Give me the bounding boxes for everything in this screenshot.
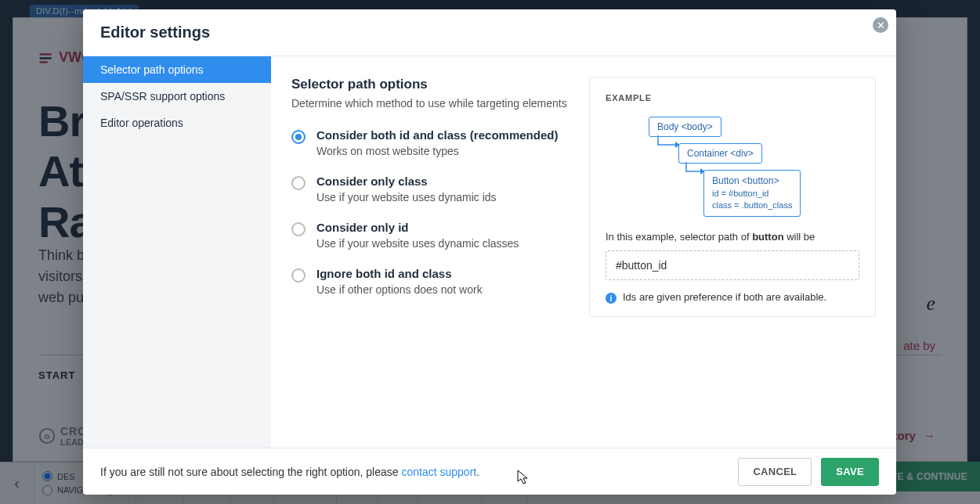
section-subtitle: Determine which method to use while targ… — [291, 97, 573, 110]
option-both-id-class[interactable]: Consider both id and class (recommended)… — [291, 128, 573, 157]
tree-node-container: Container <div> — [678, 143, 762, 164]
modal-close-button[interactable]: ✕ — [873, 17, 888, 33]
modal-title: Editor settings — [100, 23, 210, 41]
example-sentence-post: will be — [784, 231, 815, 243]
option-desc: Use if your website uses dynamic classes — [316, 237, 519, 250]
footer-hint-post: . — [476, 466, 479, 478]
sidebar-item-label: SPA/SSR support options — [100, 90, 225, 103]
cancel-button-label: CANCEL — [753, 466, 797, 477]
save-button-label: SAVE — [836, 466, 864, 477]
modal-footer: If you are still not sure about selectin… — [83, 448, 896, 495]
section-title: Selector path options — [291, 77, 573, 92]
option-desc: Use if your website uses dynamic ids — [316, 191, 497, 203]
radio-icon[interactable] — [291, 176, 306, 190]
tree-node-button: Button <button> id = #button_id class = … — [703, 170, 801, 217]
example-note-text: Ids are given preference if both are ava… — [623, 291, 826, 303]
selector-options-panel: Selector path options Determine which me… — [291, 77, 573, 440]
modal-header: Editor settings ✕ — [83, 9, 896, 56]
modal-body: Selector path options SPA/SSR support op… — [83, 56, 896, 448]
option-ignore-both[interactable]: Ignore both id and class Use if other op… — [291, 267, 573, 296]
option-only-id[interactable]: Consider only id Use if your website use… — [291, 221, 573, 250]
close-icon: ✕ — [877, 20, 885, 31]
example-panel: EXAMPLE Body <body> Container <div> — [589, 77, 876, 317]
save-button[interactable]: SAVE — [821, 458, 879, 486]
contact-support-link[interactable]: contact support — [401, 466, 476, 478]
example-sentence-bold: button — [752, 231, 783, 243]
sidebar-item-selector-path[interactable]: Selector path options — [83, 56, 271, 83]
footer-hint: If you are still not sure about selectin… — [100, 466, 479, 478]
cancel-button[interactable]: CANCEL — [738, 458, 812, 486]
option-title: Ignore both id and class — [316, 267, 483, 280]
radio-icon[interactable] — [291, 268, 306, 283]
radio-icon[interactable] — [291, 130, 306, 144]
example-note: i Ids are given preference if both are a… — [606, 291, 859, 304]
footer-buttons: CANCEL SAVE — [738, 458, 879, 486]
footer-hint-pre: If you are still not sure about selectin… — [100, 466, 401, 478]
sidebar-item-label: Editor operations — [100, 117, 183, 129]
option-desc: Works on most website types — [316, 145, 558, 157]
sidebar-item-spa-ssr[interactable]: SPA/SSR support options — [83, 83, 271, 110]
example-sentence: In this example, selector path of button… — [606, 231, 859, 243]
modal-sidebar: Selector path options SPA/SSR support op… — [83, 56, 271, 448]
tree-node-button-line1: Button <button> — [712, 175, 792, 188]
editor-settings-modal: Editor settings ✕ Selector path options … — [83, 9, 896, 495]
tree-node-body: Body <body> — [649, 117, 721, 137]
tree-node-button-line3: class = .button_class — [712, 200, 792, 211]
tree-node-button-line2: id = #button_id — [712, 188, 792, 200]
sidebar-item-label: Selector path options — [100, 63, 204, 76]
example-sentence-pre: In this example, selector path of — [606, 231, 752, 243]
option-only-class[interactable]: Consider only class Use if your website … — [291, 175, 573, 203]
sidebar-item-editor-operations[interactable]: Editor operations — [83, 110, 271, 136]
option-title: Consider only id — [316, 221, 519, 234]
option-title: Consider both id and class (recommended) — [316, 128, 558, 142]
dom-tree-diagram: Body <body> Container <div> — [649, 117, 859, 226]
option-title: Consider only class — [316, 175, 497, 188]
example-label: EXAMPLE — [606, 93, 859, 103]
example-selector-output: #button_id — [606, 250, 859, 280]
option-desc: Use if other options does not work — [316, 283, 483, 296]
radio-icon[interactable] — [291, 222, 306, 236]
modal-content: Selector path options Determine which me… — [271, 56, 896, 448]
info-icon: i — [606, 293, 617, 304]
